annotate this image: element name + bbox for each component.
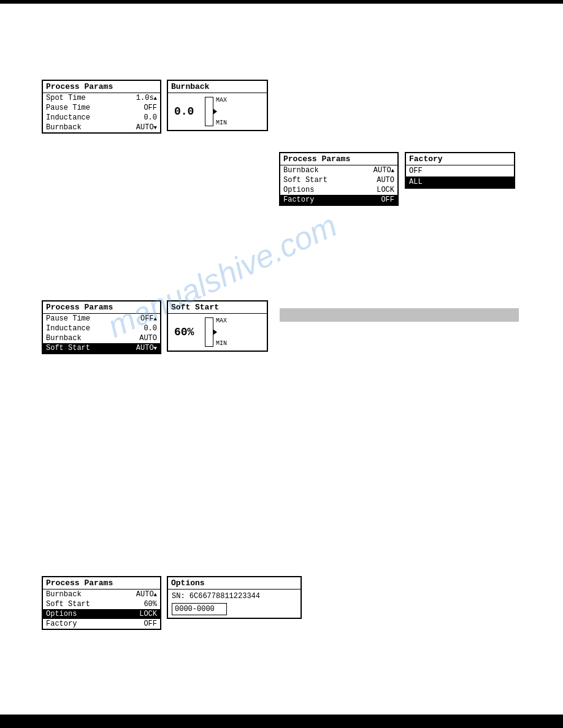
factory-panel: Factory OFF ALL (405, 152, 515, 189)
factory-title: Factory (406, 153, 514, 165)
factory-row-0: OFF (406, 165, 514, 176)
pp2-row-0: Burnback AUTO▲ (280, 165, 397, 175)
pp2-row-3-selected: Factory OFF (280, 195, 397, 205)
process-params-4: Process Params Burnback AUTO▲ Soft Start… (42, 576, 161, 630)
pp2-row-1: Soft Start AUTO (280, 175, 397, 185)
gray-highlight-bar (280, 308, 519, 322)
soft-start-content: 60% MAX MIN (168, 314, 267, 351)
soft-start-min-label: MIN (216, 340, 227, 347)
pp3-row-2: Burnback AUTO (43, 333, 160, 343)
process-params-2-title: Process Params (280, 153, 397, 165)
options-panel: Options SN: 6C66778811223344 0000-0000 (167, 576, 302, 619)
pp4-row-0: Burnback AUTO▲ (43, 590, 160, 599)
process-params-4-title: Process Params (43, 577, 160, 590)
pp3-row-3-selected: Soft Start AUTO▼ (43, 343, 160, 353)
burnback-value: 0.0 (174, 105, 199, 118)
pp4-row-1: Soft Start 60% (43, 599, 160, 609)
burnback-panel: Burnback 0.0 MAX MIN (167, 80, 268, 131)
burnback-max-label: MAX (216, 97, 227, 104)
pp2-row-2: Options LOCK (280, 185, 397, 195)
burnback-min-label: MIN (216, 119, 227, 126)
pp3-row-0: Pause Time OFF▲ (43, 314, 160, 324)
pp4-row-2-selected: Options LOCK (43, 609, 160, 619)
pp4-row-3: Factory OFF (43, 619, 160, 629)
pp1-row-1: Pause Time OFF (43, 103, 160, 113)
process-params-3-title: Process Params (43, 301, 160, 314)
pp1-row-0: Spot Time 1.0s▲ (43, 93, 160, 103)
soft-start-panel: Soft Start 60% MAX MIN (167, 300, 268, 352)
burnback-title: Burnback (168, 81, 267, 93)
options-code[interactable]: 0000-0000 (172, 603, 227, 615)
pp1-row-3: Burnback AUTO▼ (43, 123, 160, 132)
factory-row-1-selected: ALL (406, 176, 514, 188)
bottom-bar (0, 715, 563, 728)
pp1-row-2: Inductance 0.0 (43, 113, 160, 123)
soft-start-value: 60% (174, 326, 199, 338)
process-params-2: Process Params Burnback AUTO▲ Soft Start… (279, 152, 399, 206)
top-bar (0, 0, 563, 4)
process-params-3: Process Params Pause Time OFF▲ Inductanc… (42, 300, 161, 354)
pp3-row-1: Inductance 0.0 (43, 324, 160, 333)
options-title: Options (168, 577, 301, 590)
process-params-1-title: Process Params (43, 81, 160, 93)
options-sn: SN: 6C66778811223344 (172, 592, 297, 601)
soft-start-title: Soft Start (168, 301, 267, 314)
burnback-content: 0.0 MAX MIN (168, 93, 267, 130)
process-params-1: Process Params Spot Time 1.0s▲ Pause Tim… (42, 80, 161, 134)
soft-start-max-label: MAX (216, 317, 227, 324)
